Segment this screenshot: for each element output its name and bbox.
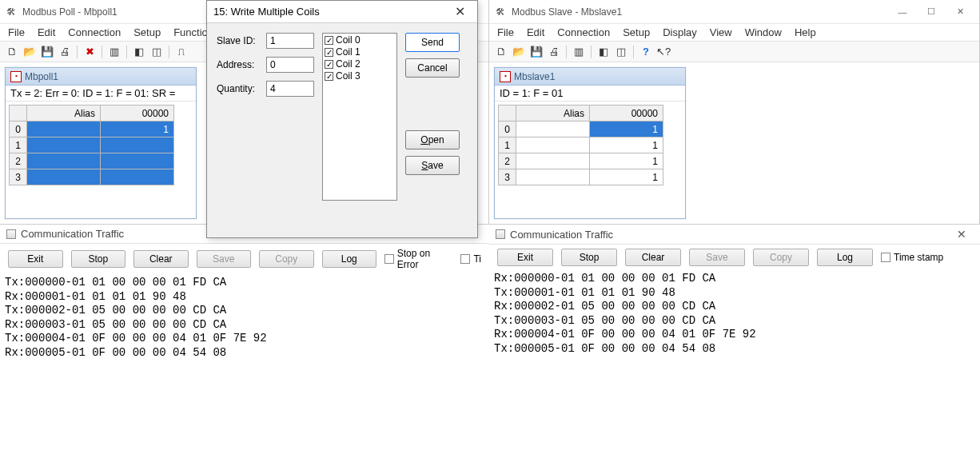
slave-traffic-log[interactable]: Rx:000000-01 01 00 00 00 01 FD CA Tx:000…	[489, 270, 980, 357]
menu-file[interactable]: File	[497, 26, 514, 38]
cell-val[interactable]	[101, 169, 174, 185]
open-icon[interactable]: 📂	[512, 45, 526, 59]
cell-val[interactable]	[101, 137, 174, 153]
save-icon[interactable]: 💾	[529, 45, 544, 59]
cell-alias[interactable]	[516, 169, 590, 185]
save-icon[interactable]: 💾	[40, 45, 54, 59]
poll-traffic-log[interactable]: Tx:000000-01 01 00 00 00 01 FD CA Rx:000…	[0, 274, 489, 361]
col-alias[interactable]: Alias	[27, 106, 101, 121]
cell-alias[interactable]	[516, 153, 590, 169]
close-button[interactable]: ✕	[946, 2, 974, 22]
copy-button[interactable]: Copy	[753, 249, 809, 266]
address-input[interactable]	[266, 57, 314, 73]
traffic-title: Communication Traffic	[510, 229, 950, 241]
row-idx[interactable]: 0	[10, 121, 27, 137]
send-button[interactable]: Send	[405, 33, 460, 52]
menu-edit[interactable]: Edit	[38, 26, 55, 38]
open-button[interactable]: Open	[405, 130, 460, 149]
maximize-button[interactable]: ☐	[917, 2, 946, 22]
clear-button[interactable]: Clear	[625, 249, 681, 266]
menu-setup[interactable]: Setup	[133, 26, 161, 38]
dialog-close-button[interactable]: ✕	[448, 4, 471, 19]
col-alias[interactable]: Alias	[516, 106, 590, 121]
cell-val[interactable]: 1	[590, 137, 663, 153]
cell-val[interactable]	[101, 153, 174, 169]
cell-alias[interactable]	[27, 121, 101, 137]
stop-button[interactable]: Stop	[71, 250, 126, 268]
coil-label: Coil 1	[336, 46, 361, 58]
print-icon[interactable]: 🖨	[58, 45, 72, 59]
save-button[interactable]: Save	[197, 250, 252, 268]
whatsthis-icon[interactable]: ↖?	[656, 45, 671, 59]
menu-file[interactable]: File	[8, 26, 25, 38]
tool-icon[interactable]: ◫	[614, 45, 628, 59]
open-icon[interactable]: 📂	[22, 45, 37, 59]
clear-button[interactable]: Clear	[133, 250, 189, 268]
menu-setup[interactable]: Setup	[623, 26, 650, 38]
print-icon[interactable]: 🖨	[547, 45, 561, 59]
menu-help[interactable]: Help	[795, 26, 816, 38]
ti-checkbox[interactable]: Ti	[460, 253, 481, 265]
exit-button[interactable]: Exit	[8, 250, 63, 268]
row-idx[interactable]: 0	[499, 121, 516, 137]
log-button[interactable]: Log	[322, 250, 377, 268]
col-00000[interactable]: 00000	[101, 106, 174, 121]
copy-button[interactable]: Copy	[259, 250, 314, 268]
row-idx[interactable]: 1	[10, 137, 27, 153]
traffic-close-button[interactable]: ✕	[950, 228, 974, 241]
save-button[interactable]: Save	[689, 249, 745, 266]
cancel-button[interactable]: Cancel	[405, 58, 460, 78]
help-icon[interactable]: ?	[639, 45, 653, 59]
coil-item[interactable]: ✓Coil 0	[325, 34, 395, 46]
separator	[102, 46, 102, 58]
cell-alias[interactable]	[516, 121, 590, 137]
exit-button[interactable]: Exit	[497, 249, 553, 266]
coil-item[interactable]: ✓Coil 1	[325, 46, 395, 58]
dialog-titlebar[interactable]: 15: Write Multiple Coils ✕	[207, 1, 477, 23]
register-icon[interactable]: ▥	[107, 45, 122, 59]
cell-alias[interactable]	[27, 169, 101, 185]
cell-val[interactable]: 1	[101, 121, 174, 137]
mbslave1-titlebar[interactable]: ∘ Mbslave1	[495, 68, 685, 86]
coil-listbox[interactable]: ✓Coil 0 ✓Coil 1 ✓Coil 2 ✓Coil 3	[322, 33, 397, 201]
tool-icon[interactable]: ◫	[149, 45, 164, 59]
cell-val[interactable]: 1	[590, 153, 663, 169]
row-idx[interactable]: 1	[499, 137, 516, 153]
col-00000[interactable]: 00000	[590, 106, 663, 121]
row-idx[interactable]: 2	[499, 153, 516, 169]
tool-icon[interactable]: ◧	[596, 45, 611, 59]
disconnect-icon[interactable]: ✖	[82, 45, 97, 59]
menu-connection[interactable]: Connection	[557, 26, 610, 38]
register-icon[interactable]: ▥	[572, 45, 586, 59]
stop-button[interactable]: Stop	[561, 249, 617, 266]
menu-view[interactable]: View	[710, 26, 732, 38]
new-icon[interactable]: 🗋	[5, 45, 19, 59]
doc-icon: ∘	[500, 71, 511, 82]
cell-alias[interactable]	[27, 153, 101, 169]
row-idx[interactable]: 3	[10, 169, 27, 185]
cell-val[interactable]: 1	[590, 121, 663, 137]
separator	[169, 46, 169, 58]
tool-icon[interactable]: ◧	[132, 45, 146, 59]
coil-item[interactable]: ✓Coil 2	[325, 58, 395, 70]
time-stamp-checkbox[interactable]: Time stamp	[881, 252, 943, 263]
menu-connection[interactable]: Connection	[68, 26, 121, 38]
minimize-button[interactable]: ―	[888, 2, 917, 22]
log-button[interactable]: Log	[817, 249, 873, 266]
row-idx[interactable]: 2	[10, 153, 27, 169]
cell-val[interactable]: 1	[590, 169, 663, 185]
stop-on-error-checkbox[interactable]: Stop on Error	[384, 248, 452, 270]
cell-alias[interactable]	[516, 137, 590, 153]
cell-alias[interactable]	[27, 137, 101, 153]
coil-item[interactable]: ✓Coil 3	[325, 70, 395, 82]
mbpoll1-titlebar[interactable]: ∘ Mbpoll1	[6, 68, 196, 86]
row-idx[interactable]: 3	[499, 169, 516, 185]
quantity-input[interactable]	[266, 81, 314, 97]
menu-display[interactable]: Display	[663, 26, 697, 38]
menu-edit[interactable]: Edit	[527, 26, 544, 38]
slave-id-input[interactable]	[266, 33, 314, 49]
pulse-icon[interactable]: ⎍	[174, 45, 189, 59]
new-icon[interactable]: 🗋	[494, 45, 508, 59]
menu-window[interactable]: Window	[745, 26, 782, 38]
save-button[interactable]: Save	[405, 156, 460, 175]
